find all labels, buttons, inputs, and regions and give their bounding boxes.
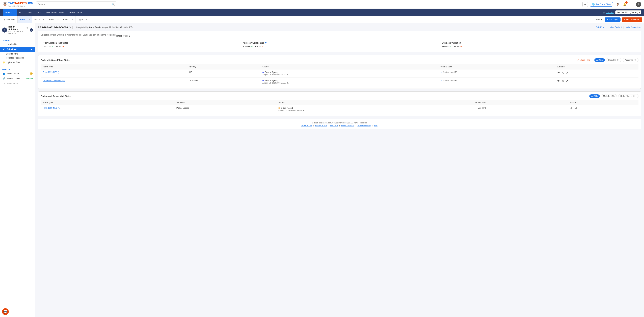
postal-section-header: Online and Postal Mail Status All (01) M… — [41, 94, 638, 98]
view-receipt-link[interactable]: View Reciept — [610, 26, 622, 28]
sidebar-item-bandit-collab[interactable]: 👥 Bandit Collab 1 — [0, 71, 35, 76]
sidebar-item-submitted[interactable]: ✓ Submitted ▲ — [0, 47, 35, 52]
form-link-2[interactable]: CA - Form 1099-NEC (1) — [43, 79, 65, 82]
biz-stats-row: Success 1 Errors: 0 — [442, 46, 636, 48]
completed-by-info: Completed by Chris Bandit, August 12, 20… — [76, 26, 132, 28]
postal-table-header: Form Type Services Status What's Next Ac… — [41, 100, 638, 105]
tab-close-5[interactable]: ✕ — [86, 18, 88, 21]
separator-3: | — [623, 26, 624, 28]
avatar-icon-button[interactable]: 🦉 — [615, 2, 620, 7]
addr-heading-text: Address Validation (1) — [243, 42, 264, 44]
addr-heading: Address Validation (1) ↻ — [243, 42, 436, 44]
payer-name: Bandit Solutions — [8, 26, 26, 30]
federal-filter-rejected[interactable]: Rejected (0) — [606, 58, 621, 62]
refresh-icon[interactable]: ↻ — [265, 42, 267, 44]
tab-close-1[interactable]: ✕ — [28, 18, 30, 21]
tin-error-label: Errors: 0 — [56, 46, 64, 48]
separator-2: | — [608, 26, 608, 28]
more-button[interactable]: More ▾ — [594, 18, 604, 22]
search-input[interactable] — [38, 3, 112, 6]
sidebar-item-bandit-connect[interactable]: 🔗 BanditConnect Enabled — [0, 76, 35, 81]
federal-section-actions: ↗ Share Form All (02) Rejected (0) Accep… — [575, 58, 638, 62]
tax-form-filing-button[interactable]: 🌐 Tax Form Filing — [590, 2, 613, 6]
tab-label-2: Bandi... — [34, 18, 41, 21]
nav-item-distribution[interactable]: Distribution Center — [44, 9, 66, 16]
validation-grid: TIN Validation - Not Opted Success: 0 Er… — [41, 40, 638, 50]
sidebar-item-unsubmitted[interactable]: ↑ Unsubmitted — [0, 42, 35, 47]
postal-filter-order-placed[interactable]: Order Placed (01) — [618, 94, 638, 98]
nav-item-94x[interactable]: 94x — [17, 9, 25, 16]
form-link-1[interactable]: Form 1099-NEC (1) — [43, 71, 60, 74]
status-dot-2 — [262, 80, 264, 81]
make-corrections-link[interactable]: Make Corrections — [626, 26, 641, 28]
apps-button[interactable]: ⋮⋮ — [629, 2, 634, 7]
grid-icon: ⊞ — [584, 3, 586, 6]
cart-button[interactable]: 🛒 3 forms — [602, 11, 614, 14]
logo-icon[interactable]: 🦉 — [3, 2, 7, 6]
tab-close-2[interactable]: ✕ — [42, 18, 44, 21]
postal-form-link-1[interactable]: Form 1099-NEC (1) — [43, 107, 60, 109]
payer-avatar: B — [2, 28, 7, 32]
chat-button[interactable]: 💬 — [2, 308, 9, 315]
cart-label: 3 forms — [606, 11, 614, 14]
help-link[interactable]: Help — [374, 124, 378, 126]
postal-filter-all[interactable]: All (01) — [589, 94, 600, 98]
share-icon-1[interactable]: ↗ — [566, 71, 568, 74]
add-payer-button[interactable]: + Add Payer — [605, 18, 620, 22]
feedback-link[interactable]: Feedback — [330, 124, 338, 126]
postal-view-icon-1[interactable]: 👁 — [570, 107, 573, 110]
search-bar[interactable]: 🔍 — [36, 2, 116, 7]
share-icon-2[interactable]: ↗ — [566, 79, 568, 82]
nav-item-address[interactable]: Address Book — [66, 9, 85, 16]
privacy-link[interactable]: Privacy Policy — [315, 124, 326, 126]
nav-label-address: Address Book — [69, 11, 82, 14]
sidebar-sub-edited-forms[interactable]: Edited Forms — [0, 52, 35, 56]
user-avatar[interactable]: B — [636, 2, 641, 7]
addr-error-text: Errors: — [255, 46, 261, 48]
payer-ref: Ref No: P... — [8, 32, 28, 34]
share-form-button[interactable]: ↗ Share Form — [575, 58, 593, 62]
nav-item-aca[interactable]: ACA — [34, 9, 44, 16]
print-icon-2[interactable]: 🖨 — [562, 80, 564, 82]
actions-1: 👁 🖨 ↗ — [555, 70, 638, 78]
grid-button[interactable]: ⊞ — [582, 2, 588, 7]
start-new-form-button[interactable]: + Start New Form — [622, 18, 642, 22]
tab-bandi-2[interactable]: Bandi... ✕ — [32, 16, 47, 23]
tab-bandi-1[interactable]: Bandi... ✕ — [18, 16, 32, 23]
sidebar-sub-rejected-retransmit[interactable]: Rejected Retransmit — [0, 56, 35, 60]
people-icon: 👥 — [2, 72, 5, 75]
sidebar-collapse-button[interactable]: ‹ — [30, 28, 33, 32]
col-what-next: What's Next — [438, 64, 555, 70]
tab-digita[interactable]: Digita... ✕ — [76, 16, 90, 23]
postal-filter-mail-sent[interactable]: Mail Sent (0) — [601, 94, 617, 98]
payer-info: B Bandit Solutions 👁 EIN: XX-XXX7620 Ref… — [0, 23, 35, 37]
view-icon-1[interactable]: 👁 — [557, 71, 560, 74]
bulk-export-link[interactable]: Bulk Export — [596, 26, 606, 28]
rejected-retransmit-label: Rejected Retransmit — [6, 57, 24, 59]
bell-button[interactable]: 🔔 0 — [622, 2, 627, 7]
tab-close-3[interactable]: ✕ — [57, 18, 59, 21]
nav-item-1099-w2[interactable]: 1099/W-2 — [3, 9, 17, 16]
print-icon-1[interactable]: 🖨 — [562, 71, 564, 74]
tab-bandi-3[interactable]: Bandi... ✕ — [47, 16, 61, 23]
tab-all-payers[interactable]: ⊞ All Payers — [2, 16, 18, 23]
recommend-link[interactable]: Recommend Us — [341, 124, 354, 126]
federal-filter-accepted[interactable]: Accepted (0) — [623, 58, 638, 62]
nav-item-1042[interactable]: 1042 — [25, 9, 34, 16]
eye-icon[interactable]: 👁 — [26, 27, 28, 29]
postal-print-icon-1[interactable]: 🖨 — [574, 107, 577, 110]
accessibility-link[interactable]: Site Accessibility — [358, 124, 371, 126]
total-forms-value: 1 — [129, 35, 130, 37]
view-icon-2[interactable]: 👁 — [557, 80, 560, 82]
sidebar-item-uploaded-files[interactable]: 📁 Uploaded Files — [0, 60, 35, 65]
federal-filter-all[interactable]: All (02) — [594, 58, 605, 62]
tab-label-3: Bandi... — [49, 18, 56, 21]
main-layout: B Bandit Solutions 👁 EIN: XX-XXX7620 Ref… — [0, 23, 644, 317]
tab-bandi-4[interactable]: Bandi... ✕ — [61, 16, 76, 23]
tab-close-4[interactable]: ✕ — [71, 18, 73, 21]
terms-link[interactable]: Terms of Use — [301, 124, 312, 126]
info-icon[interactable]: ⊙ — [69, 26, 71, 29]
postal-arrow-icon-1: → — [475, 107, 477, 109]
year-selector[interactable]: Tax Year 2023 (Current) ▾ — [615, 10, 641, 14]
biz-error-text: Errors: — [454, 46, 460, 48]
